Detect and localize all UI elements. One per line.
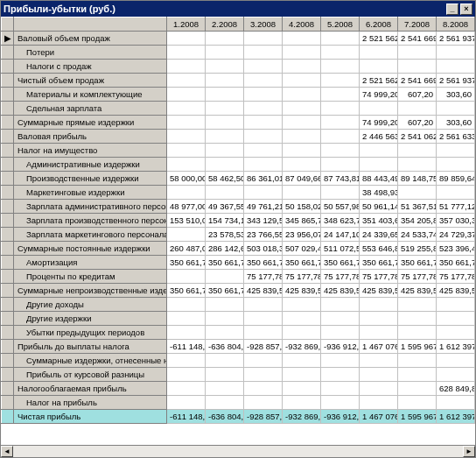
data-cell[interactable]: [244, 130, 283, 144]
table-row[interactable]: ▶Валовый объем продаж2 521 562,542 541 6…: [2, 32, 475, 46]
data-cell[interactable]: 2 521 562,54: [360, 32, 398, 46]
data-cell[interactable]: [167, 88, 206, 102]
data-cell[interactable]: [244, 158, 283, 172]
col-header[interactable]: 6.2008: [360, 18, 398, 32]
data-cell[interactable]: [244, 298, 283, 312]
table-row[interactable]: Административные издержки: [2, 158, 475, 172]
data-cell[interactable]: [360, 298, 398, 312]
table-row[interactable]: Суммарные прямые издержки74 999,20607,20…: [2, 116, 475, 130]
data-cell[interactable]: [206, 102, 244, 116]
data-cell[interactable]: 553 646,89: [360, 242, 398, 256]
data-cell[interactable]: [206, 88, 244, 102]
data-cell[interactable]: [283, 186, 321, 200]
data-cell[interactable]: 350 661,76: [321, 256, 360, 270]
data-cell[interactable]: [321, 74, 360, 88]
data-cell[interactable]: [437, 326, 475, 340]
data-cell[interactable]: [206, 396, 244, 410]
data-cell[interactable]: 350 661,76: [398, 256, 437, 270]
data-cell[interactable]: [244, 186, 283, 200]
horizontal-scrollbar[interactable]: ◄ ►: [1, 445, 475, 457]
scroll-right-button[interactable]: ►: [463, 446, 475, 457]
data-cell[interactable]: [321, 130, 360, 144]
data-cell[interactable]: [283, 60, 321, 74]
data-cell[interactable]: [321, 46, 360, 60]
data-cell[interactable]: [283, 298, 321, 312]
data-cell[interactable]: [360, 144, 398, 158]
data-cell[interactable]: 357 030,31: [437, 214, 475, 228]
data-cell[interactable]: 425 839,54: [321, 284, 360, 298]
data-cell[interactable]: [398, 326, 437, 340]
table-row[interactable]: Суммарные постоянные издержки260 487,002…: [2, 242, 475, 256]
data-cell[interactable]: [283, 144, 321, 158]
data-cell[interactable]: 425 839,54: [283, 284, 321, 298]
data-cell[interactable]: [244, 46, 283, 60]
col-header[interactable]: 1.2008: [167, 18, 206, 32]
table-row[interactable]: Другие доходы: [2, 298, 475, 312]
col-header[interactable]: 4.2008: [283, 18, 321, 32]
data-cell[interactable]: [398, 60, 437, 74]
data-cell[interactable]: [360, 382, 398, 396]
data-cell[interactable]: [360, 368, 398, 382]
data-cell[interactable]: -611 148,76: [167, 410, 206, 424]
data-cell[interactable]: [437, 158, 475, 172]
data-cell[interactable]: 607,20: [398, 88, 437, 102]
table-row[interactable]: Чистая прибыль-611 148,76-636 804,46-928…: [2, 410, 475, 424]
data-cell[interactable]: 350 661,76: [206, 284, 244, 298]
data-cell[interactable]: [437, 186, 475, 200]
data-cell[interactable]: 50 961,14: [360, 200, 398, 214]
data-cell[interactable]: 628 849,80: [437, 382, 475, 396]
data-cell[interactable]: [398, 298, 437, 312]
data-cell[interactable]: 351 403,68: [360, 214, 398, 228]
data-cell[interactable]: [167, 396, 206, 410]
data-cell[interactable]: [321, 186, 360, 200]
data-cell[interactable]: [167, 158, 206, 172]
data-cell[interactable]: 24 533,74: [398, 228, 437, 242]
data-cell[interactable]: 50 557,98: [321, 200, 360, 214]
data-cell[interactable]: -932 869,01: [283, 410, 321, 424]
col-header[interactable]: 3.2008: [244, 18, 283, 32]
data-cell[interactable]: [321, 102, 360, 116]
data-cell[interactable]: [244, 326, 283, 340]
data-cell[interactable]: [206, 298, 244, 312]
data-cell[interactable]: -611 148,76: [167, 340, 206, 354]
data-cell[interactable]: [283, 32, 321, 46]
data-cell[interactable]: 2 561 937,46: [437, 74, 475, 88]
grid[interactable]: 1.2008 2.2008 3.2008 4.2008 5.2008 6.200…: [1, 17, 475, 445]
data-cell[interactable]: [398, 46, 437, 60]
data-cell[interactable]: 2 541 669,83: [398, 32, 437, 46]
data-cell[interactable]: 425 839,54: [360, 284, 398, 298]
data-cell[interactable]: 519 255,82: [398, 242, 437, 256]
data-cell[interactable]: [206, 130, 244, 144]
data-cell[interactable]: [244, 396, 283, 410]
data-cell[interactable]: 89 148,75: [398, 172, 437, 186]
scroll-track[interactable]: [13, 446, 463, 457]
table-row[interactable]: Чистый объем продаж2 521 562,542 541 669…: [2, 74, 475, 88]
data-cell[interactable]: 75 177,78: [360, 270, 398, 284]
data-cell[interactable]: [283, 326, 321, 340]
table-row[interactable]: Потери: [2, 46, 475, 60]
data-cell[interactable]: 303,60: [437, 88, 475, 102]
data-cell[interactable]: [360, 396, 398, 410]
data-cell[interactable]: 1 595 967,27: [398, 410, 437, 424]
data-cell[interactable]: [206, 60, 244, 74]
col-header[interactable]: 8.2008: [437, 18, 475, 32]
data-cell[interactable]: [360, 354, 398, 368]
table-row[interactable]: Зарплата административного персонала48 9…: [2, 200, 475, 214]
data-cell[interactable]: 23 956,07: [283, 228, 321, 242]
data-cell[interactable]: [167, 116, 206, 130]
data-cell[interactable]: [398, 144, 437, 158]
data-cell[interactable]: [206, 354, 244, 368]
data-cell[interactable]: [206, 270, 244, 284]
data-cell[interactable]: [167, 32, 206, 46]
data-cell[interactable]: [283, 368, 321, 382]
data-cell[interactable]: -932 869,01: [283, 340, 321, 354]
data-cell[interactable]: 1 467 076,90: [360, 410, 398, 424]
data-cell[interactable]: 511 072,59: [321, 242, 360, 256]
data-cell[interactable]: 303,60: [437, 116, 475, 130]
data-cell[interactable]: 350 661,76: [167, 256, 206, 270]
data-cell[interactable]: 425 839,54: [244, 284, 283, 298]
table-row[interactable]: Убытки предыдущих периодов: [2, 326, 475, 340]
data-cell[interactable]: 345 865,72: [283, 214, 321, 228]
data-cell[interactable]: [167, 74, 206, 88]
data-cell[interactable]: [321, 60, 360, 74]
